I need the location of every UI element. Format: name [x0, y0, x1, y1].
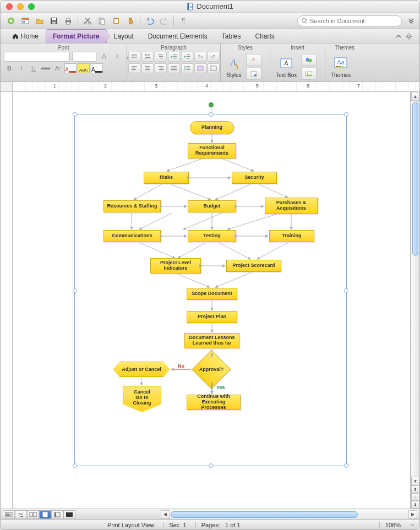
text-highlight-button[interactable]: ABC — [78, 63, 90, 73]
svg-rect-49 — [160, 68, 163, 68]
resize-handle-w[interactable] — [73, 288, 77, 293]
cut-button[interactable] — [81, 15, 94, 27]
resize-handle-nw[interactable] — [73, 112, 77, 117]
picture-button[interactable] — [301, 68, 317, 80]
subscript-button[interactable]: A2 — [52, 63, 63, 73]
resize-handle-sw[interactable] — [73, 463, 77, 468]
line-spacing-button[interactable] — [181, 63, 193, 73]
decrease-indent-button[interactable] — [168, 52, 180, 62]
tab-format-picture[interactable]: Format Picture — [46, 29, 107, 43]
node-training: Training — [269, 230, 314, 242]
open-button[interactable] — [34, 15, 46, 27]
view-focus-button[interactable] — [63, 510, 75, 519]
group-paragraph: Paragraph 12 ¶ ¶ — [127, 43, 221, 81]
scroll-thumb-v[interactable] — [412, 102, 418, 256]
ribbon-options[interactable] — [395, 29, 415, 43]
align-right-button[interactable] — [155, 63, 167, 73]
view-print-layout-button[interactable] — [39, 510, 51, 519]
textbox-button[interactable]: A Text Box — [274, 54, 299, 79]
strikethrough-button[interactable]: ABC — [40, 63, 51, 73]
resize-handle-e[interactable] — [344, 288, 348, 293]
align-left-button[interactable] — [128, 63, 140, 73]
resize-handle-se[interactable] — [344, 463, 348, 468]
template-button[interactable] — [19, 15, 31, 27]
view-draft-button[interactable] — [3, 510, 15, 519]
italic-button[interactable]: I — [16, 63, 27, 73]
tab-charts[interactable]: Charts — [248, 29, 281, 43]
bold-button[interactable]: B — [4, 63, 15, 73]
node-project-scorecard: Project Scorecard — [226, 260, 281, 272]
toolbar-overflow-button[interactable] — [407, 17, 415, 25]
scroll-up-button[interactable]: ▲ — [411, 92, 419, 101]
styles-pane-button[interactable] — [246, 68, 261, 80]
new-button[interactable] — [5, 15, 17, 27]
resize-handle-ne[interactable] — [344, 112, 348, 117]
format-painter-button[interactable] — [124, 15, 137, 27]
shapes-button[interactable] — [301, 54, 317, 66]
ltr-button[interactable]: ¶ — [194, 52, 206, 62]
scroll-left-button[interactable]: ◀ — [161, 510, 170, 519]
resize-handle-n[interactable] — [209, 112, 213, 117]
themes-button[interactable]: Aa Themes — [329, 54, 353, 79]
next-page-button[interactable]: ⬇ — [411, 501, 419, 509]
font-color-button[interactable]: A — [91, 63, 103, 73]
styles-button[interactable]: A Styles — [224, 54, 244, 79]
increase-indent-button[interactable] — [181, 52, 193, 62]
resize-handle-s[interactable] — [209, 463, 213, 468]
svg-rect-33 — [160, 58, 163, 58]
node-document-lessons: Document Lessons Learned thus far — [184, 333, 239, 348]
svg-text:a: a — [190, 4, 193, 9]
align-center-button[interactable] — [141, 63, 154, 73]
bullets-button[interactable] — [128, 52, 140, 62]
svg-point-23 — [132, 54, 133, 56]
rtl-button[interactable]: ¶ — [208, 52, 220, 62]
vertical-scrollbar[interactable]: ▲ ▼ ⬆ ○ ⬇ — [411, 92, 419, 509]
status-pages: Pages: 1 of 1 — [195, 522, 241, 528]
copy-button[interactable] — [96, 15, 108, 27]
scroll-down-button[interactable]: ▼ — [411, 477, 419, 485]
grow-font-button[interactable]: A — [99, 52, 110, 62]
redo-button[interactable] — [158, 15, 170, 27]
shrink-font-button[interactable]: A — [112, 52, 123, 62]
paste-button[interactable] — [110, 15, 122, 27]
search-box[interactable] — [297, 15, 402, 26]
quick-styles-button[interactable]: A — [246, 54, 261, 66]
multilevel-list-button[interactable] — [155, 52, 167, 62]
document-canvas[interactable]: Planning Functional Requirements Risks S… — [13, 92, 411, 509]
prev-page-button[interactable]: ⬆ — [411, 485, 419, 493]
gear-icon[interactable] — [405, 32, 413, 40]
borders-button[interactable] — [208, 63, 220, 73]
browse-object-button[interactable]: ○ — [411, 493, 419, 501]
search-dropdown-icon[interactable] — [301, 18, 308, 24]
view-publishing-button[interactable] — [27, 510, 39, 519]
vertical-ruler[interactable] — [1, 92, 13, 509]
svg-rect-79 — [19, 515, 23, 515]
svg-point-62 — [254, 74, 257, 76]
horizontal-ruler[interactable]: 1 2 3 4 5 6 7 — [1, 82, 419, 92]
shading-button[interactable] — [194, 63, 206, 73]
tab-home[interactable]: Home — [5, 29, 46, 43]
svg-rect-52 — [171, 68, 177, 68]
tab-tables[interactable]: Tables — [215, 29, 248, 43]
font-size-select[interactable] — [72, 52, 96, 62]
show-formatting-button[interactable]: ¶ — [177, 15, 189, 27]
collapse-ribbon-icon[interactable] — [395, 33, 402, 40]
view-notebook-button[interactable] — [51, 510, 63, 519]
zoom-dropdown-icon[interactable] — [410, 522, 415, 528]
font-name-select[interactable] — [4, 52, 70, 62]
status-zoom[interactable]: 108% — [379, 522, 401, 528]
save-button[interactable] — [48, 15, 60, 27]
undo-button[interactable] — [144, 15, 156, 27]
justify-button[interactable] — [168, 63, 180, 73]
scroll-right-button[interactable]: ▶ — [408, 510, 417, 519]
tab-layout[interactable]: Layout — [107, 29, 141, 43]
search-input[interactable] — [310, 18, 398, 24]
svg-point-21 — [302, 18, 306, 22]
tab-document-elements[interactable]: Document Elements — [141, 29, 215, 43]
view-outline-button[interactable] — [15, 510, 27, 519]
print-button[interactable] — [62, 15, 74, 27]
highlight-color-button[interactable]: A — [64, 63, 77, 73]
scroll-thumb-h[interactable] — [171, 511, 358, 518]
numbering-button[interactable]: 12 — [141, 52, 154, 62]
underline-button[interactable]: U — [28, 63, 39, 73]
